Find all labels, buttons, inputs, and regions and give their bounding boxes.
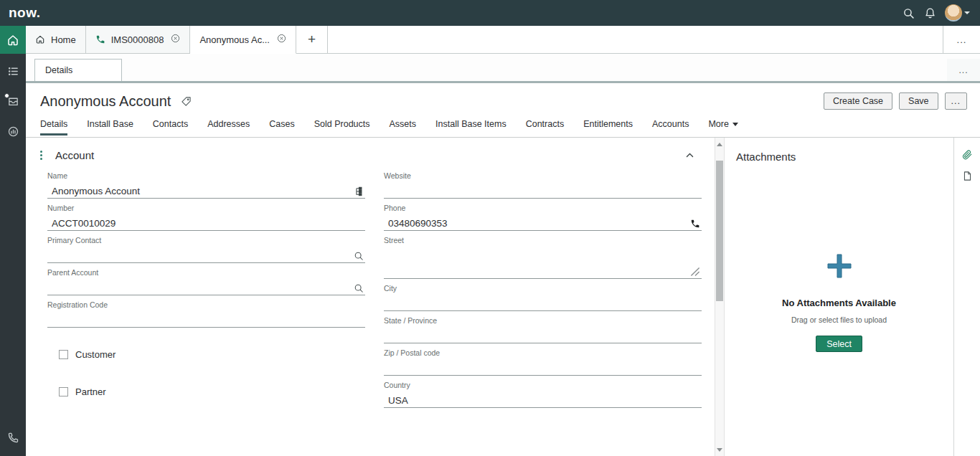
search-icon[interactable] bbox=[354, 283, 364, 293]
phone-icon bbox=[95, 34, 105, 44]
home-icon bbox=[6, 34, 19, 47]
content-area: Account NameAnonymous AccountNumberACCT0… bbox=[26, 138, 980, 456]
phone-icon[interactable] bbox=[690, 219, 700, 229]
field-input[interactable] bbox=[384, 295, 702, 311]
scroll-down-arrow[interactable] bbox=[715, 445, 724, 455]
add-attachment-plus-icon[interactable] bbox=[824, 250, 855, 285]
field-label: Zip / Postal code bbox=[384, 348, 702, 357]
nav-tab-ims-label: IMS0000808 bbox=[111, 34, 164, 45]
subtab-strip: Details ... bbox=[26, 54, 980, 83]
subtab-details[interactable]: Details bbox=[34, 59, 122, 81]
sidebar-home-button[interactable] bbox=[0, 26, 26, 54]
attachments-empty-hint: Drag or select files to upload bbox=[791, 315, 887, 324]
field-input[interactable]: Anonymous Account bbox=[47, 182, 365, 199]
field-phone: Phone03480690353 bbox=[384, 204, 702, 231]
field-label: Name bbox=[47, 171, 365, 180]
field-zip-postal-code: Zip / Postal code bbox=[384, 348, 702, 376]
field-input[interactable]: USA bbox=[384, 391, 702, 408]
new-tab-button[interactable]: + bbox=[296, 26, 328, 53]
checkbox-customer[interactable]: Customer bbox=[59, 349, 365, 360]
nav-tab-account-label: Anonymous Ac... bbox=[199, 34, 270, 45]
record-tab-assets[interactable]: Assets bbox=[390, 119, 417, 133]
record-tabs: DetailsInstall BaseContactsAddressesCase… bbox=[26, 119, 980, 138]
scroll-up-arrow[interactable] bbox=[715, 139, 724, 149]
field-value: Anonymous Account bbox=[52, 186, 354, 196]
close-tab-icon[interactable] bbox=[277, 34, 286, 45]
nav-tabs-overflow-button[interactable]: ... bbox=[943, 26, 980, 53]
form-column-left: NameAnonymous AccountNumberACCT0010029Pr… bbox=[47, 171, 365, 413]
subtab-overflow-button[interactable]: ... bbox=[947, 59, 980, 81]
nav-tab-home[interactable]: Home bbox=[26, 26, 86, 53]
create-case-button[interactable]: Create Case bbox=[824, 92, 892, 110]
hierarchy-icon[interactable] bbox=[354, 186, 364, 196]
sidebar-inbox-icon[interactable] bbox=[0, 88, 26, 114]
record-tab-accounts[interactable]: Accounts bbox=[652, 119, 689, 133]
field-street: Street bbox=[384, 236, 702, 279]
field-label: Country bbox=[384, 381, 702, 389]
page-title: Anonymous Account bbox=[40, 93, 171, 110]
select-files-button[interactable]: Select bbox=[816, 336, 862, 352]
field-label: Website bbox=[384, 171, 702, 180]
record-tab-addresses[interactable]: Addresses bbox=[207, 119, 250, 133]
field-registration-code: Registration Code bbox=[47, 300, 365, 328]
close-tab-icon[interactable] bbox=[171, 34, 180, 45]
field-input[interactable] bbox=[384, 359, 702, 376]
sidebar-lists-icon[interactable] bbox=[0, 58, 26, 84]
sidebar-phone-icon[interactable] bbox=[0, 424, 26, 450]
nav-tab-account[interactable]: Anonymous Ac... bbox=[190, 26, 296, 54]
nav-tabs-filler bbox=[328, 26, 943, 53]
section-header: Account bbox=[36, 149, 705, 161]
record-tab-entitlements[interactable]: Entitlements bbox=[583, 119, 633, 133]
field-input[interactable]: 03480690353 bbox=[384, 214, 702, 231]
field-label: City bbox=[384, 284, 702, 293]
record-tab-sold-products[interactable]: Sold Products bbox=[314, 119, 370, 133]
tag-icon[interactable] bbox=[181, 96, 192, 107]
app-window: now. bbox=[0, 0, 980, 456]
record-overflow-button[interactable]: ... bbox=[945, 92, 967, 110]
record-tab-contracts[interactable]: Contracts bbox=[526, 119, 565, 133]
record-tab-details[interactable]: Details bbox=[40, 119, 67, 136]
nav-tab-ims[interactable]: IMS0000808 bbox=[86, 26, 191, 53]
field-input[interactable] bbox=[384, 182, 702, 199]
scroll-thumb[interactable] bbox=[716, 161, 723, 301]
record-tab-install-base-items[interactable]: Install Base Items bbox=[435, 119, 507, 133]
notification-dot bbox=[4, 93, 9, 98]
record-tab-contacts[interactable]: Contacts bbox=[153, 119, 188, 133]
field-parent-account: Parent Account bbox=[47, 268, 365, 295]
search-icon[interactable] bbox=[897, 2, 919, 24]
field-input[interactable] bbox=[47, 311, 365, 328]
attachments-empty-state: No Attachments Available Drag or select … bbox=[736, 250, 942, 352]
section-title: Account bbox=[55, 149, 94, 161]
checkbox-partner[interactable]: Partner bbox=[59, 386, 365, 397]
field-input[interactable] bbox=[384, 247, 702, 279]
record-tab-more[interactable]: More bbox=[708, 119, 738, 129]
top-header: now. bbox=[0, 0, 980, 26]
save-button[interactable]: Save bbox=[899, 92, 938, 110]
checkbox-box[interactable] bbox=[59, 387, 68, 396]
notifications-bell-icon[interactable] bbox=[919, 2, 941, 24]
checkbox-box[interactable] bbox=[59, 350, 68, 359]
chevron-down-icon bbox=[732, 123, 738, 126]
field-country: CountryUSA bbox=[384, 381, 702, 408]
record-tab-cases[interactable]: Cases bbox=[269, 119, 294, 133]
paperclip-icon[interactable] bbox=[958, 145, 976, 163]
vertical-scrollbar[interactable] bbox=[715, 138, 725, 456]
section-collapse-chevron-icon[interactable] bbox=[685, 151, 694, 160]
section-kebab-menu-icon[interactable] bbox=[36, 149, 47, 161]
checkbox-label: Customer bbox=[75, 349, 116, 360]
field-label: State / Province bbox=[384, 316, 702, 325]
field-input[interactable] bbox=[384, 327, 702, 343]
field-label: Registration Code bbox=[47, 300, 365, 309]
field-name: NameAnonymous Account bbox=[47, 171, 365, 199]
search-icon[interactable] bbox=[354, 251, 364, 261]
attachments-title: Attachments bbox=[736, 151, 942, 163]
user-avatar-menu[interactable] bbox=[945, 4, 970, 22]
field-primary-contact: Primary Contact bbox=[47, 236, 365, 263]
sidebar-analytics-icon[interactable] bbox=[0, 118, 26, 144]
field-input[interactable] bbox=[47, 279, 365, 295]
field-input[interactable] bbox=[47, 247, 365, 263]
record-tab-install-base[interactable]: Install Base bbox=[87, 119, 133, 133]
field-city: City bbox=[384, 284, 702, 311]
document-icon[interactable] bbox=[958, 166, 976, 185]
field-input[interactable]: ACCT0010029 bbox=[47, 214, 365, 231]
